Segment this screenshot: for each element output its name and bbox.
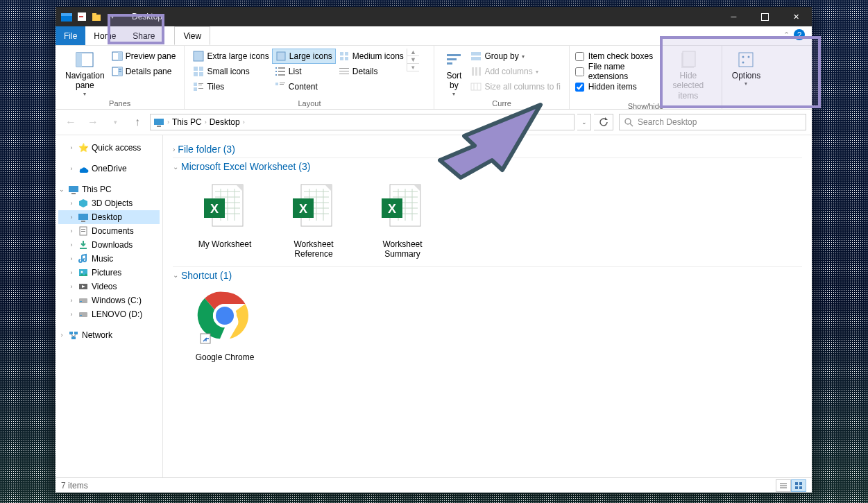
svg-point-58	[748, 56, 750, 58]
layout-medium-icons[interactable]: Medium icons	[336, 49, 407, 64]
layout-tiles[interactable]: Tiles	[190, 79, 271, 94]
qat-properties-icon[interactable]	[75, 10, 89, 24]
view-large-icons-toggle[interactable]	[791, 479, 806, 492]
sidebar-this-pc[interactable]: ⌄This PC	[58, 182, 160, 196]
sidebar-lenovo-d[interactable]: ›LENOVO (D:)	[58, 307, 160, 321]
network-icon	[68, 330, 79, 341]
view-details-toggle[interactable]	[776, 479, 791, 492]
sidebar-downloads[interactable]: ›Downloads	[58, 238, 160, 252]
qat-newfolder-icon[interactable]	[90, 10, 104, 24]
desktop-icon	[78, 212, 89, 223]
back-button[interactable]: ←	[61, 112, 80, 132]
size-all-columns-button[interactable]: Size all columns to fi	[468, 79, 563, 94]
address-dropdown-button[interactable]: ⌄	[577, 114, 591, 130]
svg-rect-2	[61, 13, 72, 16]
explorer-icon[interactable]	[60, 10, 74, 24]
svg-rect-131	[795, 486, 798, 489]
tab-share[interactable]: Share	[124, 26, 163, 45]
layout-extra-large-icons[interactable]: Extra large icons	[190, 49, 271, 64]
svg-rect-129	[795, 482, 798, 485]
file-label: Worksheet Reference	[275, 239, 352, 259]
crumb-desktop[interactable]: Desktop›	[210, 117, 245, 127]
layout-content[interactable]: Content	[272, 79, 336, 94]
svg-rect-11	[118, 52, 122, 60]
sidebar-documents[interactable]: ›Documents	[58, 224, 160, 238]
svg-rect-30	[278, 71, 285, 72]
preview-pane-icon	[112, 51, 123, 62]
recent-locations-button[interactable]: ▾	[105, 112, 125, 132]
group-shortcut[interactable]: ⌄Shortcut (1)	[173, 267, 802, 284]
minimize-button[interactable]: ─	[718, 7, 749, 26]
sidebar-3d-objects[interactable]: ›3D Objects	[58, 196, 160, 210]
collapse-ribbon-icon[interactable]: ⌃	[783, 31, 790, 40]
address-bar[interactable]: › This PC› Desktop›	[150, 114, 575, 130]
svg-rect-60	[154, 119, 164, 125]
group-label-panes: Panes	[61, 99, 178, 108]
help-icon[interactable]: ?	[794, 29, 805, 40]
group-label-current-view: Curre	[440, 99, 563, 108]
group-file-folder[interactable]: ›File folder (3)	[173, 141, 802, 157]
maximize-button[interactable]	[749, 7, 781, 26]
sidebar-music[interactable]: ›Music	[58, 252, 160, 266]
svg-rect-35	[280, 84, 284, 85]
tiles-icon	[193, 81, 204, 92]
refresh-button[interactable]	[594, 114, 613, 130]
options-button[interactable]: Options ▾	[728, 49, 765, 89]
preview-pane-button[interactable]: Preview pane	[109, 49, 179, 64]
add-columns-button[interactable]: Add columns▾	[468, 64, 563, 79]
options-label: Options	[732, 71, 760, 80]
excel-file-icon: X	[286, 179, 341, 235]
svg-rect-77	[79, 298, 87, 303]
file-item-google-chrome[interactable]: Google Chrome	[187, 288, 263, 362]
ribbon-tabs: File Home Share View ⌃ ?	[56, 26, 812, 46]
sort-by-button[interactable]: Sort by ▾	[440, 49, 468, 99]
up-button[interactable]: ↑	[128, 112, 147, 132]
file-item-worksheet-summary[interactable]: X Worksheet Summary	[364, 179, 441, 259]
details-pane-button[interactable]: Details pane	[109, 64, 179, 79]
tab-view[interactable]: View	[174, 26, 210, 45]
sidebar-desktop[interactable]: ›Desktop	[58, 210, 160, 224]
layout-scroll[interactable]: ▲▼▾	[407, 49, 419, 71]
layout-large-icons[interactable]: Large icons	[272, 49, 336, 64]
svg-rect-61	[157, 126, 161, 127]
navigation-pane-button[interactable]: Navigation pane ▾	[61, 49, 109, 99]
tab-home[interactable]: Home	[85, 26, 124, 45]
documents-icon	[78, 225, 89, 237]
svg-point-62	[625, 119, 631, 124]
layout-list[interactable]: List	[272, 64, 336, 79]
sidebar-network[interactable]: ›Network	[58, 328, 160, 342]
svg-rect-34	[280, 83, 285, 83]
layout-small-icons[interactable]: Small icons	[190, 64, 271, 79]
svg-rect-7	[762, 13, 769, 20]
hidden-items-checkbox[interactable]: Hidden items	[575, 79, 661, 94]
group-layout: Extra large icons Small icons Tiles Larg…	[185, 46, 434, 109]
sidebar-onedrive[interactable]: ›OneDrive	[58, 162, 160, 176]
hide-selected-items-button[interactable]: Hide selected items	[661, 49, 716, 102]
sidebar-videos[interactable]: ›Videos	[58, 280, 160, 293]
small-icons-icon	[193, 66, 204, 77]
file-name-extensions-checkbox[interactable]: File name extensions	[575, 64, 661, 79]
size-columns-icon	[470, 81, 482, 92]
svg-rect-4	[79, 16, 83, 17]
sidebar-pictures[interactable]: ›Pictures	[58, 266, 160, 280]
file-item-worksheet-reference[interactable]: X Worksheet Reference	[275, 179, 352, 259]
close-button[interactable]: ✕	[781, 7, 812, 26]
svg-rect-21	[194, 83, 197, 86]
svg-text:X: X	[210, 202, 219, 216]
forward-button[interactable]: →	[83, 112, 103, 132]
svg-rect-56	[739, 53, 753, 67]
group-excel[interactable]: ⌄Microsoft Excel Worksheet (3)	[173, 158, 802, 175]
file-item-my-worksheet[interactable]: X My Worksheet	[187, 179, 263, 259]
tab-file[interactable]: File	[56, 26, 85, 45]
layout-details[interactable]: Details	[336, 64, 407, 79]
svg-rect-55	[683, 51, 695, 67]
downloads-icon	[78, 239, 89, 250]
sidebar-quick-access[interactable]: ›⭐Quick access	[58, 141, 160, 155]
group-by-button[interactable]: Group by▾	[468, 49, 563, 64]
svg-rect-47	[471, 57, 481, 60]
search-input[interactable]: Search Desktop	[619, 114, 806, 130]
crumb-this-pc[interactable]: This PC›	[172, 117, 207, 127]
qat-dropdown-icon[interactable]: ▼	[105, 10, 119, 24]
svg-rect-64	[69, 186, 78, 192]
sidebar-windows-c[interactable]: ›Windows (C:)	[58, 293, 160, 307]
